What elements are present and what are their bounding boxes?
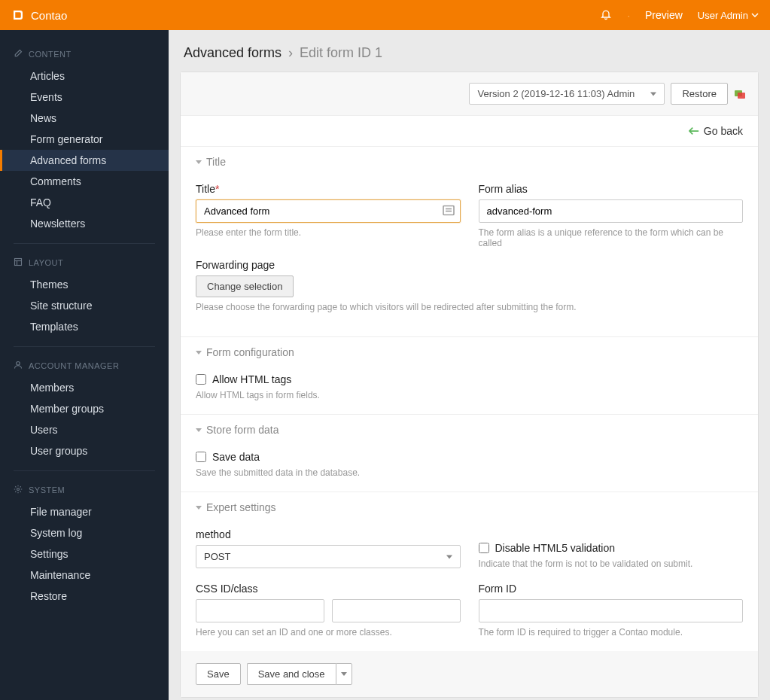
brand-logo[interactable]: Contao [11,8,67,22]
sidebar-item-users[interactable]: Users [0,419,169,440]
section-config-header[interactable]: Form configuration [181,337,758,367]
alias-label: Form alias [479,183,744,195]
breadcrumb: Advanced forms › Edit form ID 1 [169,30,770,72]
sidebar-group-system: SYSTEM [0,477,169,501]
save-close-button[interactable]: Save and close [247,663,336,685]
sidebar-item-news[interactable]: News [0,108,169,129]
edit-icon [14,49,23,59]
forwarding-hint: Please choose the forwarding page to whi… [196,302,743,312]
alias-hint: The form alias is a unique reference to … [479,227,744,248]
footer-bar: Save Save and close [181,651,758,697]
version-select[interactable]: Version 2 (2019-12-16 11:03) Admin [469,83,665,105]
svg-point-3 [17,362,20,366]
section-expert: Expert settings method POST Disable HTML… [181,492,758,651]
chevron-down-icon [751,11,759,19]
svg-point-4 [17,488,20,491]
method-select[interactable]: POST [196,545,461,568]
sidebar-item-member-groups[interactable]: Member groups [0,398,169,419]
section-title-header[interactable]: Title [181,147,758,177]
gear-icon [14,485,23,495]
notifications-icon[interactable] [600,8,612,23]
section-store-header[interactable]: Store form data [181,415,758,445]
css-label: CSS ID/class [196,583,461,595]
disable-validation-hint: Indicate that the form is not to be vali… [479,558,744,569]
arrow-left-icon [689,126,699,135]
sidebar-item-restore[interactable]: Restore [0,586,169,607]
sidebar-item-form-generator[interactable]: Form generator [0,129,169,150]
disable-validation-label: Disable HTML5 validation [495,542,616,554]
user-menu[interactable]: User Admin [698,10,759,21]
breadcrumb-root: Advanced forms [184,45,282,60]
preview-link[interactable]: Preview [645,9,683,21]
formid-input[interactable] [479,599,744,622]
save-close-caret[interactable] [336,663,352,685]
sidebar-item-maintenance[interactable]: Maintenance [0,565,169,586]
sidebar-group-content: CONTENT [0,41,169,65]
save-close-split: Save and close [247,663,352,685]
sidebar-item-events[interactable]: Events [0,87,169,108]
restore-button[interactable]: Restore [671,83,728,105]
sidebar-item-user-groups[interactable]: User groups [0,440,169,461]
section-store: Store form data Save data Save the submi… [181,415,758,492]
disable-validation-checkbox[interactable] [479,543,489,553]
change-selection-button[interactable]: Change selection [196,275,294,297]
css-id-input[interactable] [196,599,324,622]
user-admin-label: User Admin [698,10,748,21]
sidebar-group-account-manager: ACCOUNT MANAGER [0,353,169,377]
sidebar-item-articles[interactable]: Articles [0,65,169,87]
layout-icon [14,257,23,268]
formid-label: Form ID [479,583,744,595]
allow-html-label: Allow HTML tags [212,373,291,385]
save-data-checkbox[interactable] [196,452,206,462]
sidebar-item-system-log[interactable]: System log [0,522,169,543]
method-label: method [196,528,461,540]
sidebar-item-advanced-forms[interactable]: Advanced forms [0,150,169,171]
sidebar-item-templates[interactable]: Templates [0,316,169,337]
alias-input[interactable] [479,199,744,223]
sidebar-item-themes[interactable]: Themes [0,274,169,295]
formid-hint: The form ID is required to trigger a Con… [479,627,744,638]
save-data-label: Save data [212,451,260,463]
allow-html-checkbox[interactable] [196,374,206,385]
version-bar: Version 2 (2019-12-16 11:03) Admin Resto… [181,72,758,116]
sidebar-item-faq[interactable]: FAQ [0,192,169,213]
breadcrumb-sub: Edit form ID 1 [300,45,382,60]
sidebar-item-settings[interactable]: Settings [0,543,169,565]
sidebar-item-members[interactable]: Members [0,377,169,398]
edit-panel: Version 2 (2019-12-16 11:03) Admin Resto… [180,72,759,698]
svg-rect-0 [15,259,22,266]
sidebar: CONTENTArticlesEventsNewsForm generatorA… [0,30,169,700]
go-back-link[interactable]: Go back [689,125,743,137]
section-config: Form configuration Allow HTML tags Allow… [181,337,758,415]
compare-icon[interactable] [734,88,746,100]
header-divider: · [627,10,630,21]
goback-bar: Go back [181,116,758,147]
contao-icon [11,8,25,22]
save-data-hint: Save the submitted data in the database. [196,467,743,478]
allow-html-hint: Allow HTML tags in form fields. [196,390,743,400]
sidebar-item-file-manager[interactable]: File manager [0,501,169,522]
user-icon [14,361,23,371]
sidebar-item-newsletters[interactable]: Newsletters [0,213,169,234]
save-button[interactable]: Save [196,663,241,685]
title-input[interactable] [196,199,461,223]
main-content: Advanced forms › Edit form ID 1 Version … [169,30,770,700]
section-expert-header[interactable]: Expert settings [181,492,758,522]
sidebar-group-layout: LAYOUT [0,250,169,274]
sidebar-item-comments[interactable]: Comments [0,171,169,192]
svg-rect-7 [443,205,454,215]
css-hint: Here you can set an ID and one or more c… [196,627,461,638]
forwarding-label: Forwarding page [196,259,743,271]
section-title: Title Title* [181,147,758,337]
serp-preview-icon[interactable] [443,205,455,218]
top-header: Contao · Preview User Admin [0,0,770,30]
css-class-input[interactable] [332,599,461,622]
title-hint: Please enter the form title. [196,227,461,238]
breadcrumb-sep: › [288,45,293,60]
svg-rect-6 [738,93,745,99]
sidebar-item-site-structure[interactable]: Site structure [0,295,169,316]
title-label: Title* [196,183,461,195]
brand-text: Contao [31,9,67,22]
